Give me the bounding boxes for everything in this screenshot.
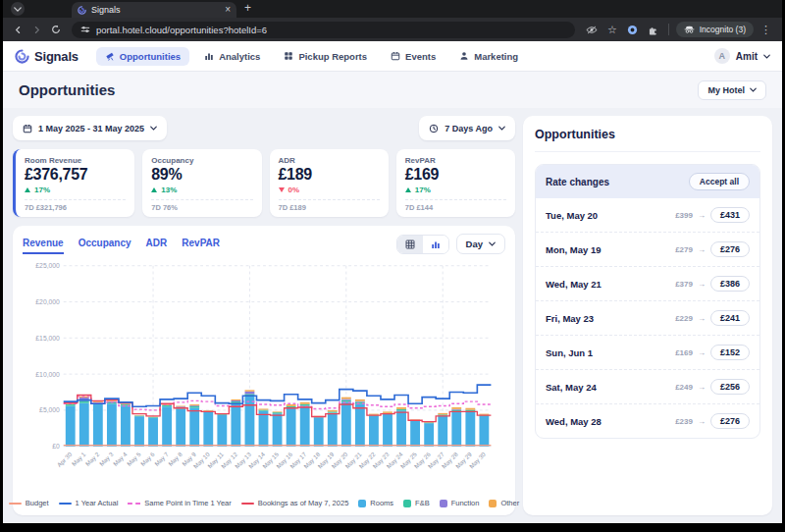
svg-text:£25,000: £25,000: [35, 262, 60, 269]
kpi-delta: 0%: [279, 186, 380, 194]
browser-tab[interactable]: Signals ×: [72, 2, 236, 18]
rate-old-price: £239: [675, 417, 693, 426]
rate-date: Wed, May 28: [546, 416, 602, 427]
kpi-value: £169: [405, 166, 506, 184]
table-view-icon[interactable]: [397, 236, 423, 253]
opportunities-panel-title: Opportunities: [535, 128, 760, 152]
legend-item-f-b[interactable]: F&B: [403, 499, 430, 507]
kpi-divider: [279, 199, 380, 200]
svg-text:£15,000: £15,000: [35, 335, 60, 342]
svg-text:Apr 30: Apr 30: [56, 451, 74, 468]
legend-item-budget[interactable]: Budget: [9, 499, 49, 507]
bookmark-star-icon[interactable]: ☆: [604, 24, 620, 36]
page-title: Opportunities: [19, 81, 115, 98]
nav-item-analytics[interactable]: Analytics: [195, 47, 269, 66]
rate-old-price: £379: [675, 280, 693, 289]
legend-swatch: [489, 500, 497, 507]
legend-swatch: [440, 500, 447, 507]
rate-date: Tue, May 20: [546, 210, 598, 221]
hotel-selector[interactable]: My Hotel: [698, 80, 766, 100]
kpi-divider: [151, 199, 252, 200]
legend-item-1-year-actual[interactable]: 1 Year Actual: [59, 499, 119, 507]
browser-menu-icon[interactable]: ⋮: [758, 24, 774, 36]
kpi-card-room-revenue[interactable]: Room Revenue£376,75717%7D £321,796: [13, 149, 134, 217]
kpi-card-adr[interactable]: ADR£1890%7D £189: [270, 149, 389, 217]
rate-change-row: Mon, May 19£279→£276: [536, 232, 759, 266]
legend-item-rooms[interactable]: Rooms: [358, 499, 393, 507]
legend-item-same-point-in-time-1-year[interactable]: Same Point in Time 1 Year: [128, 499, 231, 507]
rate-new-price-button[interactable]: £431: [710, 207, 750, 223]
rate-new-price-button[interactable]: £241: [710, 310, 750, 326]
reload-icon[interactable]: [48, 25, 64, 34]
compare-period-picker[interactable]: 7 Days Ago: [419, 116, 515, 140]
legend-item-function[interactable]: Function: [440, 499, 480, 507]
incognito-label: Incognito (3): [700, 25, 746, 34]
rate-values: £379→£386: [675, 276, 750, 292]
incognito-badge[interactable]: Incognito (3): [676, 22, 754, 37]
tab-title: Signals: [91, 5, 220, 15]
arrow-right-icon: →: [698, 417, 706, 426]
avatar: A: [714, 48, 730, 64]
tab-close-icon[interactable]: ×: [225, 5, 231, 15]
kpi-label: Occupancy: [151, 156, 252, 165]
svg-text:May 5: May 5: [126, 451, 142, 467]
rate-new-price-button[interactable]: £386: [710, 276, 750, 292]
chart-tab-adr[interactable]: ADR: [146, 235, 168, 254]
new-tab-button[interactable]: +: [244, 1, 251, 15]
kpi-card-occupancy[interactable]: Occupancy89%13%7D 76%: [142, 149, 261, 217]
rate-new-price-button[interactable]: £276: [710, 241, 750, 257]
kpi-delta: 17%: [25, 186, 126, 194]
chart-tab-occupancy[interactable]: Occupancy: [78, 235, 131, 254]
legend-item-other[interactable]: Other: [489, 499, 519, 507]
chart-tab-revpar[interactable]: RevPAR: [182, 235, 220, 254]
rate-change-row: Tue, May 20£399→£431: [536, 198, 759, 232]
trend-up-icon: [405, 187, 411, 192]
kpi-card-revpar[interactable]: RevPAR£16917%7D £144: [396, 149, 515, 217]
date-range-picker[interactable]: 1 May 2025 - 31 May 2025: [13, 116, 167, 140]
legend-swatch: [9, 503, 22, 505]
nav-item-events[interactable]: Events: [382, 47, 445, 66]
svg-text:May 3: May 3: [98, 451, 115, 467]
svg-text:May 8: May 8: [167, 451, 183, 467]
brand-name: Signals: [34, 49, 78, 64]
forward-icon[interactable]: [29, 26, 44, 34]
extensions-puzzle-icon[interactable]: [645, 25, 661, 35]
site-favicon: [78, 6, 86, 15]
nav-item-pickup-reports[interactable]: Pickup Reports: [275, 47, 376, 66]
url-bar[interactable]: portal.hotel.cloud/opportunities?hotelId…: [72, 22, 575, 38]
chart-view-icon[interactable]: [423, 236, 448, 253]
rate-changes-list: Tue, May 20£399→£431Mon, May 19£279→£276…: [536, 198, 759, 438]
site-settings-icon[interactable]: [80, 25, 90, 34]
user-menu[interactable]: A Amit: [714, 48, 770, 64]
kpi-delta-value: 13%: [161, 186, 177, 194]
nav-item-opportunities[interactable]: Opportunities: [96, 47, 189, 66]
granularity-dropdown[interactable]: Day: [456, 234, 505, 254]
rate-changes-title: Rate changes: [546, 177, 609, 187]
nav-item-marketing[interactable]: Marketing: [450, 47, 527, 66]
legend-label: Budget: [26, 499, 49, 507]
rate-new-price-button[interactable]: £276: [710, 413, 750, 429]
password-eye-off-icon[interactable]: [583, 26, 601, 34]
arrow-right-icon: →: [698, 314, 706, 323]
brand-logo[interactable]: Signals: [15, 49, 78, 64]
kpi-cards: Room Revenue£376,75717%7D £321,796Occupa…: [13, 149, 515, 217]
rate-new-price-button[interactable]: £256: [710, 379, 750, 395]
back-icon[interactable]: [11, 26, 26, 34]
rate-change-row: Sat, May 24£249→£256: [536, 369, 759, 403]
rate-new-price-button[interactable]: £152: [710, 345, 750, 360]
extension-badge-icon[interactable]: [624, 25, 641, 35]
kpi-divider: [405, 199, 506, 200]
url-text: portal.hotel.cloud/opportunities?hotelId…: [96, 25, 267, 35]
rate-old-price: £279: [675, 245, 693, 254]
legend-item-bookings-as-of-may-7-2025[interactable]: Bookings as of May 7, 2025: [241, 499, 349, 507]
rate-old-price: £249: [675, 383, 693, 392]
tab-search-button[interactable]: [11, 2, 25, 16]
kpi-delta-value: 17%: [34, 186, 50, 194]
chevron-down-icon: [750, 87, 757, 92]
legend-swatch: [128, 503, 140, 505]
kpi-label: RevPAR: [405, 156, 506, 165]
accept-all-button[interactable]: Accept all: [689, 173, 750, 190]
kpi-value: 89%: [151, 166, 252, 184]
kpi-previous-value: 7D £321,796: [25, 203, 126, 212]
chart-tab-revenue[interactable]: Revenue: [23, 235, 64, 254]
